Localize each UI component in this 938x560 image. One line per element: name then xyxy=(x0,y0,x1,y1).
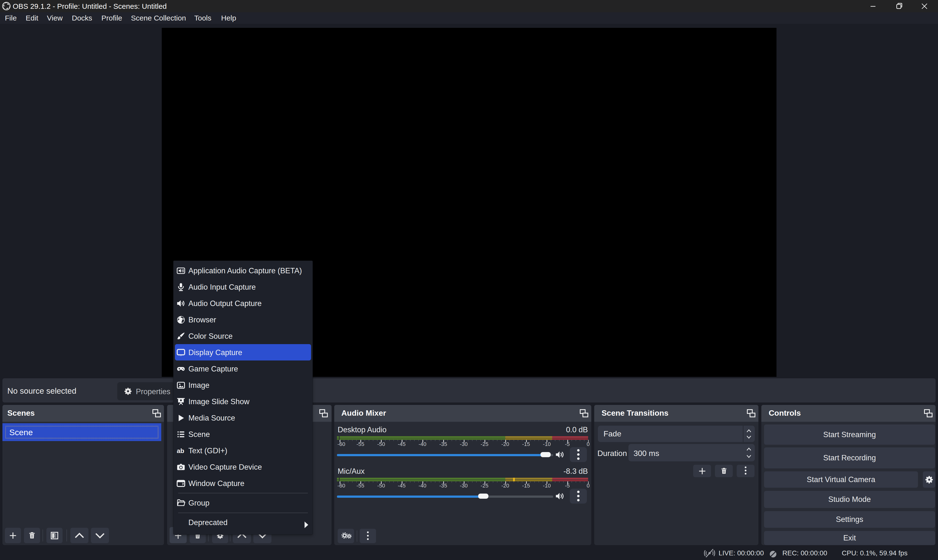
svg-text:ab: ab xyxy=(177,447,185,454)
